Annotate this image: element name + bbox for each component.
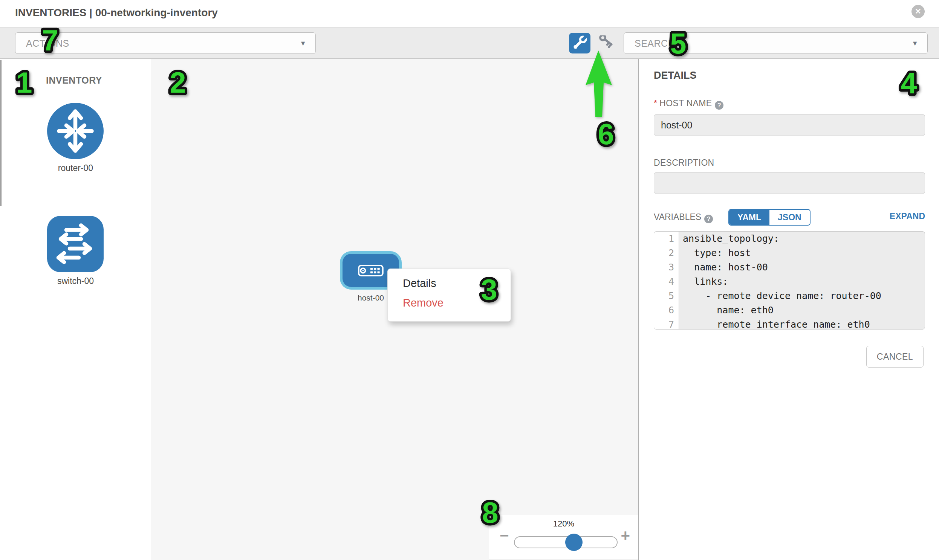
code-line: 4 links: bbox=[654, 275, 925, 289]
svg-text:8: 8 bbox=[482, 496, 498, 529]
description-label: DESCRIPTION bbox=[654, 158, 714, 168]
svg-text:5: 5 bbox=[670, 27, 686, 60]
annotation-1: 1 bbox=[5, 63, 43, 102]
window-header: INVENTORIES | 00-networking-inventory ✕ bbox=[0, 0, 939, 27]
host-icon bbox=[358, 265, 384, 277]
annotation-7: 7 bbox=[31, 21, 69, 60]
variables-code-editor[interactable]: 1ansible_topology: 2 type: host 3 name: … bbox=[654, 231, 925, 329]
code-line: 2 type: host bbox=[654, 246, 925, 260]
svg-text:7: 7 bbox=[42, 24, 58, 57]
switch-icon bbox=[47, 216, 103, 272]
inventory-heading: INVENTORY bbox=[46, 75, 102, 86]
annotation-6: 6 bbox=[587, 115, 625, 154]
zoom-slider-track[interactable] bbox=[514, 536, 618, 548]
variables-label: VARIABLES? bbox=[654, 212, 713, 223]
zoom-control: 120% − + bbox=[489, 515, 638, 560]
line-code: name: host-00 bbox=[679, 260, 768, 275]
breadcrumb-title: INVENTORIES | 00-networking-inventory bbox=[15, 7, 218, 19]
sidebar-scrollbar[interactable] bbox=[0, 60, 2, 206]
format-toggle: YAML JSON bbox=[728, 209, 811, 226]
line-number: 5 bbox=[654, 289, 679, 303]
palette-item-label: switch-00 bbox=[0, 276, 151, 286]
line-number: 7 bbox=[654, 317, 679, 329]
code-line: 5 - remote_device_name: router-00 bbox=[654, 289, 925, 303]
annotation-4: 4 bbox=[890, 64, 928, 103]
line-code: remote_interface_name: eth0 bbox=[679, 317, 870, 329]
svg-text:2: 2 bbox=[170, 66, 186, 99]
annotation-5: 5 bbox=[659, 24, 697, 63]
close-icon[interactable]: ✕ bbox=[911, 5, 925, 18]
code-line: 1ansible_topology: bbox=[654, 232, 925, 246]
line-number: 6 bbox=[654, 303, 679, 317]
svg-text:3: 3 bbox=[481, 273, 497, 306]
variables-label-text: VARIABLES bbox=[654, 212, 701, 222]
palette-item-label: router-00 bbox=[0, 163, 151, 173]
tab-json[interactable]: JSON bbox=[769, 210, 810, 225]
description-input[interactable] bbox=[654, 172, 925, 194]
help-icon[interactable]: ? bbox=[715, 101, 723, 109]
line-code: ansible_topology: bbox=[679, 232, 779, 246]
inventory-sidebar: INVENTORY router-00 bbox=[0, 59, 151, 560]
annotation-2: 2 bbox=[159, 63, 197, 102]
zoom-in-button[interactable]: + bbox=[621, 526, 630, 545]
help-icon[interactable]: ? bbox=[704, 215, 713, 223]
host-name-label: *HOST NAME? bbox=[654, 98, 723, 109]
palette-item-switch[interactable] bbox=[47, 216, 103, 272]
host-name-input[interactable]: host-00 bbox=[654, 114, 925, 136]
chevron-down-icon: ▼ bbox=[299, 40, 306, 48]
topology-toolbar: ACTIONS ▼ SEARCH ▼ bbox=[0, 27, 939, 59]
line-code: - remote_device_name: router-00 bbox=[679, 289, 881, 303]
line-code: name: eth0 bbox=[679, 303, 774, 317]
main-content: INVENTORY router-00 bbox=[0, 59, 939, 560]
chevron-down-icon: ▼ bbox=[911, 40, 918, 48]
details-heading: DETAILS bbox=[654, 70, 697, 82]
svg-text:4: 4 bbox=[900, 67, 917, 100]
tab-yaml[interactable]: YAML bbox=[729, 210, 769, 225]
annotation-arrow-up bbox=[583, 48, 617, 120]
svg-text:6: 6 bbox=[598, 117, 614, 151]
details-panel: DETAILS *HOST NAME? host-00 DESCRIPTION … bbox=[639, 59, 939, 560]
annotation-3: 3 bbox=[470, 271, 508, 309]
host-name-label-text: HOST NAME bbox=[659, 98, 712, 108]
line-number: 2 bbox=[654, 246, 679, 260]
line-number: 1 bbox=[654, 232, 679, 246]
code-line: 7 remote_interface_name: eth0 bbox=[654, 317, 925, 329]
zoom-slider-thumb[interactable] bbox=[565, 534, 583, 551]
code-line: 6 name: eth0 bbox=[654, 303, 925, 317]
code-line: 3 name: host-00 bbox=[654, 260, 925, 275]
context-menu-item-details[interactable]: Details bbox=[403, 277, 436, 289]
line-number: 4 bbox=[654, 275, 679, 289]
zoom-level-readout: 120% bbox=[489, 519, 638, 529]
palette-item-router[interactable] bbox=[47, 103, 103, 159]
topology-canvas[interactable]: host-00 Details Remove 120% − + bbox=[151, 59, 639, 560]
expand-link[interactable]: EXPAND bbox=[890, 211, 925, 222]
line-code: type: host bbox=[679, 246, 751, 260]
annotation-8: 8 bbox=[471, 493, 509, 532]
cancel-button[interactable]: CANCEL bbox=[866, 346, 924, 368]
required-asterisk: * bbox=[654, 98, 657, 108]
line-number: 3 bbox=[654, 260, 679, 275]
svg-text:1: 1 bbox=[16, 66, 32, 99]
variables-row: VARIABLES? YAML JSON EXPAND bbox=[654, 209, 925, 226]
line-code: links: bbox=[679, 275, 728, 289]
context-menu-item-remove[interactable]: Remove bbox=[403, 297, 444, 309]
router-icon bbox=[47, 103, 103, 159]
